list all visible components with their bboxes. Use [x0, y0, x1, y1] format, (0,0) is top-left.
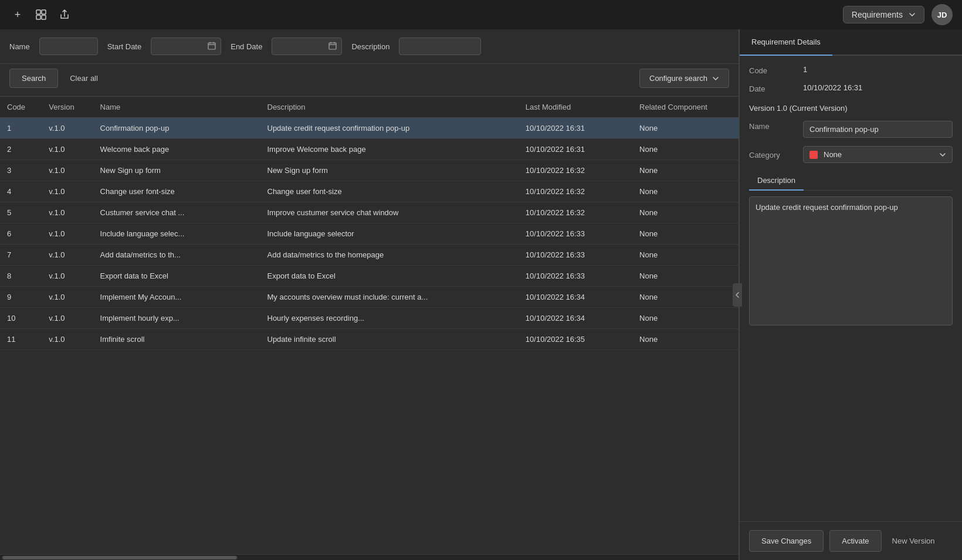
description-section: Description — [749, 171, 953, 327]
col-header-code: Code — [0, 97, 42, 118]
cell-related-component: None — [632, 118, 739, 139]
category-select[interactable]: None — [803, 146, 953, 163]
tab-requirement-details[interactable]: Requirement Details — [740, 29, 832, 56]
add-icon[interactable]: + — [9, 6, 26, 23]
description-textarea[interactable] — [749, 196, 953, 325]
cell-name: Confirmation pop-up — [93, 118, 260, 139]
search-row: Search Clear all Configure search — [0, 64, 739, 97]
cell-code: 5 — [0, 202, 42, 223]
requirements-table: Code Version Name Description Last Modif… — [0, 97, 739, 350]
svg-rect-5 — [329, 43, 336, 49]
name-filter-label: Name — [9, 42, 30, 51]
start-date-label: Start Date — [107, 42, 142, 51]
cell-last-modified: 10/10/2022 16:32 — [519, 160, 632, 181]
cell-version: v.1.0 — [42, 287, 93, 308]
cell-name: Add data/metrics to th... — [93, 245, 260, 266]
left-panel: Name Start Date End Date — [0, 29, 739, 560]
cell-last-modified: 10/10/2022 16:33 — [519, 245, 632, 266]
category-value: None — [824, 150, 842, 159]
cell-description: Improve custumer service chat window — [260, 202, 519, 223]
name-filter-input[interactable] — [39, 38, 98, 55]
expand-icon[interactable] — [33, 6, 49, 23]
cell-last-modified: 10/10/2022 16:33 — [519, 266, 632, 287]
end-date-label: End Date — [231, 42, 262, 51]
description-label: Description — [351, 42, 389, 51]
table-row[interactable]: 2 v.1.0 Welcome back page Improve Welcom… — [0, 139, 739, 160]
cell-related-component: None — [632, 308, 739, 329]
svg-rect-2 — [36, 15, 40, 19]
share-icon[interactable] — [56, 6, 73, 23]
end-date-input[interactable] — [272, 38, 342, 55]
clear-all-button[interactable]: Clear all — [65, 72, 103, 85]
detail-code-row: Code 1 — [749, 65, 953, 75]
cell-name: New Sign up form — [93, 160, 260, 181]
cell-code: 9 — [0, 287, 42, 308]
table-row[interactable]: 5 v.1.0 Custumer service chat ... Improv… — [0, 202, 739, 223]
table-row[interactable]: 1 v.1.0 Confirmation pop-up Update credi… — [0, 118, 739, 139]
cell-description: Add data/metrics to the homepage — [260, 245, 519, 266]
cell-version: v.1.0 — [42, 202, 93, 223]
cell-version: v.1.0 — [42, 245, 93, 266]
avatar[interactable]: JD — [931, 4, 953, 25]
start-date-input[interactable] — [151, 38, 221, 55]
scrollbar-thumb[interactable] — [2, 556, 237, 559]
col-header-related-component: Related Component — [632, 97, 739, 118]
main-layout: Name Start Date End Date — [0, 29, 962, 560]
table-row[interactable]: 9 v.1.0 Implement My Accoun... My accoun… — [0, 287, 739, 308]
table-header-row: Code Version Name Description Last Modif… — [0, 97, 739, 118]
table-row[interactable]: 10 v.1.0 Implement hourly exp... Hourly … — [0, 308, 739, 329]
date-label: Date — [749, 83, 796, 93]
search-button[interactable]: Search — [9, 69, 58, 88]
col-header-name: Name — [93, 97, 260, 118]
table-row[interactable]: 6 v.1.0 Include language selec... Includ… — [0, 223, 739, 245]
description-tab[interactable]: Description — [749, 171, 804, 191]
cell-code: 4 — [0, 181, 42, 202]
cell-code: 3 — [0, 160, 42, 181]
cell-version: v.1.0 — [42, 160, 93, 181]
horizontal-scrollbar[interactable] — [0, 554, 739, 560]
cell-related-component: None — [632, 266, 739, 287]
cell-last-modified: 10/10/2022 16:32 — [519, 181, 632, 202]
cell-last-modified: 10/10/2022 16:31 — [519, 118, 632, 139]
configure-search-button[interactable]: Configure search — [639, 69, 729, 88]
save-changes-button[interactable]: Save Changes — [749, 530, 824, 552]
cell-name: Implement hourly exp... — [93, 308, 260, 329]
cell-last-modified: 10/10/2022 16:34 — [519, 287, 632, 308]
detail-content: Code 1 Date 10/10/2022 16:31 Version 1.0… — [740, 56, 962, 521]
table-row[interactable]: 3 v.1.0 New Sign up form New Sign up for… — [0, 160, 739, 181]
filter-bar: Name Start Date End Date — [0, 29, 739, 64]
cell-description: New Sign up form — [260, 160, 519, 181]
activate-button[interactable]: Activate — [829, 530, 881, 552]
cell-name: Export data to Excel — [93, 266, 260, 287]
category-select-wrapper: None — [803, 146, 953, 163]
cell-version: v.1.0 — [42, 139, 93, 160]
cell-description: Export data to Excel — [260, 266, 519, 287]
cell-last-modified: 10/10/2022 16:32 — [519, 202, 632, 223]
description-filter-input[interactable] — [399, 38, 481, 55]
cell-related-component: None — [632, 245, 739, 266]
cell-code: 10 — [0, 308, 42, 329]
table-row[interactable]: 11 v.1.0 Imfinite scroll Update infinite… — [0, 329, 739, 350]
cell-description: Include language selector — [260, 223, 519, 245]
name-input[interactable] — [803, 121, 953, 138]
cell-description: My accounts overview must include: curre… — [260, 287, 519, 308]
code-value: 1 — [803, 65, 807, 74]
svg-rect-4 — [208, 43, 215, 49]
table-row[interactable]: 7 v.1.0 Add data/metrics to th... Add da… — [0, 245, 739, 266]
panel-collapse-handle[interactable] — [733, 283, 742, 307]
table-row[interactable]: 4 v.1.0 Change user font-size Change use… — [0, 181, 739, 202]
detail-tabs: Requirement Details — [740, 29, 962, 56]
category-color-indicator — [809, 151, 818, 159]
requirements-dropdown[interactable]: Requirements — [843, 6, 924, 23]
cell-description: Improve Welcome back page — [260, 139, 519, 160]
cell-code: 8 — [0, 266, 42, 287]
cell-version: v.1.0 — [42, 266, 93, 287]
cell-version: v.1.0 — [42, 223, 93, 245]
cell-code: 1 — [0, 118, 42, 139]
description-tab-bar: Description — [749, 171, 953, 191]
table-row[interactable]: 8 v.1.0 Export data to Excel Export data… — [0, 266, 739, 287]
date-value: 10/10/2022 16:31 — [803, 83, 862, 92]
new-version-button[interactable]: New Version — [888, 530, 940, 552]
cell-last-modified: 10/10/2022 16:31 — [519, 139, 632, 160]
cell-name: Change user font-size — [93, 181, 260, 202]
